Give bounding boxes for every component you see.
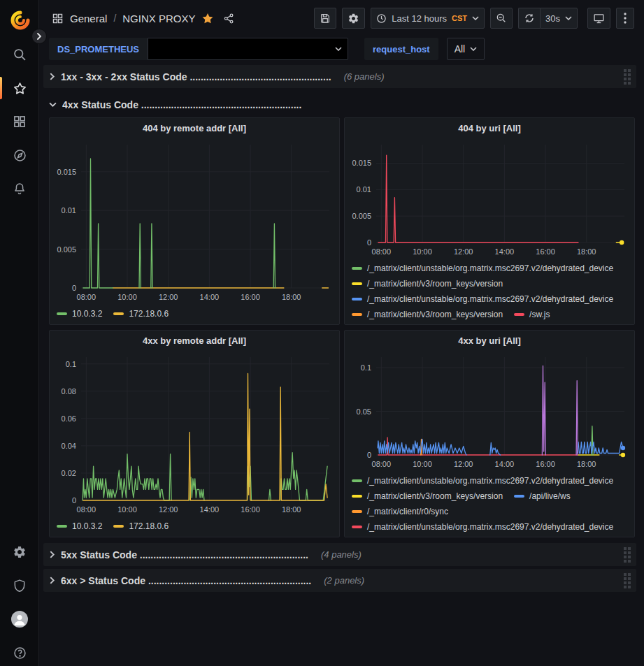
svg-text:16:00: 16:00 bbox=[241, 505, 260, 514]
svg-text:08:00: 08:00 bbox=[77, 505, 96, 514]
row-4xx[interactable]: 4xx Status Code ........................… bbox=[43, 93, 636, 116]
more-options-button[interactable] bbox=[616, 8, 634, 29]
cycle-view-mode-button[interactable] bbox=[587, 8, 610, 29]
svg-text:0.1: 0.1 bbox=[361, 363, 371, 372]
legend-label: /_matrix/client/v3/room_keys/version bbox=[367, 279, 503, 289]
save-dashboard-button[interactable] bbox=[314, 8, 336, 29]
legend-label: 172.18.0.6 bbox=[129, 309, 169, 319]
panel-title[interactable]: 404 by remote addr [All] bbox=[50, 118, 339, 138]
time-series-plot[interactable]: 00.0050.010.01508:0010:0012:0014:0016:00… bbox=[345, 138, 634, 261]
row-5xx[interactable]: 5xx Status Code ........................… bbox=[43, 543, 636, 566]
legend-item[interactable]: 172.18.0.6 bbox=[113, 309, 169, 319]
time-series-plot[interactable]: 00.050.108:0010:0012:0014:0016:0018:00 bbox=[345, 350, 634, 473]
svg-text:0.04: 0.04 bbox=[62, 442, 76, 450]
variable-datasource-label[interactable]: DS_PROMETHEUS bbox=[49, 38, 148, 60]
row-1xx-3xx-2xx[interactable]: 1xx - 3xx - 2xx Status Code ............… bbox=[43, 65, 636, 88]
legend-item[interactable]: 10.0.3.2 bbox=[57, 521, 102, 531]
chevron-right-icon bbox=[36, 33, 42, 40]
legend-item[interactable]: /_matrix/client/v3/room_keys/version bbox=[352, 279, 503, 289]
panel-legend: 10.0.3.2172.18.0.6 bbox=[50, 306, 339, 323]
legend-item[interactable]: /_matrix/client/v3/room_keys/version bbox=[352, 310, 503, 319]
nav-sidebar bbox=[0, 0, 39, 666]
row-drag-handle[interactable] bbox=[624, 69, 632, 85]
time-series-plot[interactable]: 00.0050.010.01508:0010:0012:0014:0016:00… bbox=[50, 138, 339, 306]
svg-text:18:00: 18:00 bbox=[577, 247, 596, 256]
row-panel-count: (6 panels) bbox=[344, 71, 385, 82]
variable-request-host-select[interactable]: All bbox=[447, 38, 485, 60]
legend-item[interactable]: /_matrix/client/unstable/org.matrix.msc2… bbox=[352, 294, 613, 304]
row-drag-handle[interactable] bbox=[624, 547, 632, 563]
legend-label: /_matrix/client/v3/room_keys/version bbox=[367, 310, 503, 319]
legend-label: /_matrix/client/unstable/org.matrix.msc2… bbox=[367, 294, 613, 304]
time-range-picker[interactable]: Last 12 hours CST bbox=[371, 8, 485, 29]
legend-item[interactable]: /api/live/ws bbox=[514, 491, 571, 501]
legend-label: /_matrix/client/v3/room_keys/version bbox=[367, 491, 503, 501]
panel-title[interactable]: 4xx by uri [All] bbox=[345, 331, 634, 350]
chevron-right-icon bbox=[49, 577, 55, 584]
panel-legend: 10.0.3.2172.18.0.6 bbox=[50, 519, 339, 535]
legend-item[interactable]: 172.18.0.6 bbox=[113, 521, 169, 531]
svg-text:12:00: 12:00 bbox=[159, 505, 178, 514]
row-drag-handle[interactable] bbox=[624, 573, 632, 588]
chevron-down-icon bbox=[472, 16, 479, 20]
svg-text:14:00: 14:00 bbox=[495, 460, 515, 468]
panel-legend: /_matrix/client/unstable/org.matrix.msc2… bbox=[345, 261, 634, 324]
svg-text:0.015: 0.015 bbox=[57, 168, 76, 176]
row-title: 5xx Status Code ........................… bbox=[61, 549, 308, 560]
alerting-bell-icon[interactable] bbox=[0, 177, 39, 201]
legend-swatch bbox=[57, 312, 67, 315]
variable-request-host-label[interactable]: request_host bbox=[364, 38, 438, 60]
grafana-dashboard: General / NGINX PROXY Last 12 hours CST bbox=[0, 0, 644, 666]
dashboard-settings-button[interactable] bbox=[342, 8, 365, 29]
dashboard-content: General / NGINX PROXY Last 12 hours CST bbox=[39, 0, 644, 666]
grafana-logo-icon[interactable] bbox=[10, 10, 31, 31]
legend-label: /_matrix/client/unstable/org.matrix.msc2… bbox=[367, 263, 613, 273]
legend-swatch bbox=[113, 312, 124, 315]
user-avatar[interactable] bbox=[0, 607, 39, 631]
panel-title[interactable]: 404 by uri [All] bbox=[345, 118, 634, 138]
share-icon[interactable] bbox=[223, 13, 235, 24]
legend-item[interactable]: 10.0.3.2 bbox=[57, 309, 102, 319]
settings-gear-icon[interactable] bbox=[0, 540, 39, 564]
zoom-out-time-button[interactable] bbox=[490, 8, 513, 29]
expand-sidebar-button[interactable] bbox=[31, 29, 47, 44]
variable-datasource-select[interactable] bbox=[148, 38, 348, 60]
chevron-down-icon bbox=[49, 101, 57, 108]
legend-item[interactable]: /_matrix/client/v3/room_keys/version bbox=[352, 491, 503, 501]
svg-text:16:00: 16:00 bbox=[536, 460, 555, 468]
legend-swatch bbox=[352, 495, 362, 498]
time-series-plot[interactable]: 00.020.040.060.080.108:0010:0012:0014:00… bbox=[50, 350, 339, 519]
legend-label: 10.0.3.2 bbox=[72, 521, 102, 531]
svg-text:0.015: 0.015 bbox=[352, 159, 371, 167]
legend-item[interactable]: /sw.js bbox=[514, 310, 550, 319]
row-title: 1xx - 3xx - 2xx Status Code ............… bbox=[61, 71, 331, 82]
row-6xx[interactable]: 6xx > Status Code ......................… bbox=[43, 569, 636, 592]
legend-swatch bbox=[352, 282, 362, 285]
search-icon[interactable] bbox=[0, 43, 39, 66]
legend-swatch bbox=[352, 267, 362, 270]
legend-item[interactable]: /_matrix/client/r0/sync bbox=[352, 507, 448, 516]
favorites-star-icon[interactable] bbox=[0, 76, 39, 100]
refresh-button[interactable] bbox=[518, 8, 540, 29]
svg-text:10:00: 10:00 bbox=[117, 505, 137, 514]
legend-label: /_matrix/client/unstable/org.matrix.msc2… bbox=[367, 476, 613, 486]
server-admin-shield-icon[interactable] bbox=[0, 574, 39, 598]
dashboard-title[interactable]: NGINX PROXY bbox=[122, 13, 195, 24]
legend-item[interactable]: /_matrix/client/unstable/org.matrix.msc2… bbox=[352, 522, 613, 532]
panel-404-by-remote-addr: 404 by remote addr [All] 00.0050.010.015… bbox=[49, 117, 340, 325]
panel-title[interactable]: 4xx by remote addr [All] bbox=[50, 331, 339, 350]
legend-swatch bbox=[352, 510, 362, 513]
legend-item[interactable]: /_matrix/client/unstable/org.matrix.msc2… bbox=[352, 263, 613, 273]
breadcrumb-folder[interactable]: General bbox=[70, 13, 107, 24]
svg-text:10:00: 10:00 bbox=[413, 460, 432, 468]
legend-swatch bbox=[514, 495, 524, 498]
explore-compass-icon[interactable] bbox=[0, 143, 39, 167]
dashboards-icon[interactable] bbox=[0, 110, 39, 133]
legend-item[interactable]: /_matrix/client/unstable/org.matrix.msc2… bbox=[352, 476, 613, 486]
legend-swatch bbox=[352, 313, 362, 316]
row-panel-count: (2 panels) bbox=[324, 575, 364, 586]
dashboard-header: General / NGINX PROXY Last 12 hours CST bbox=[39, 0, 644, 36]
favorite-star-icon[interactable] bbox=[201, 12, 214, 24]
refresh-interval-select[interactable]: 30s bbox=[540, 8, 578, 29]
help-icon[interactable] bbox=[0, 641, 39, 665]
